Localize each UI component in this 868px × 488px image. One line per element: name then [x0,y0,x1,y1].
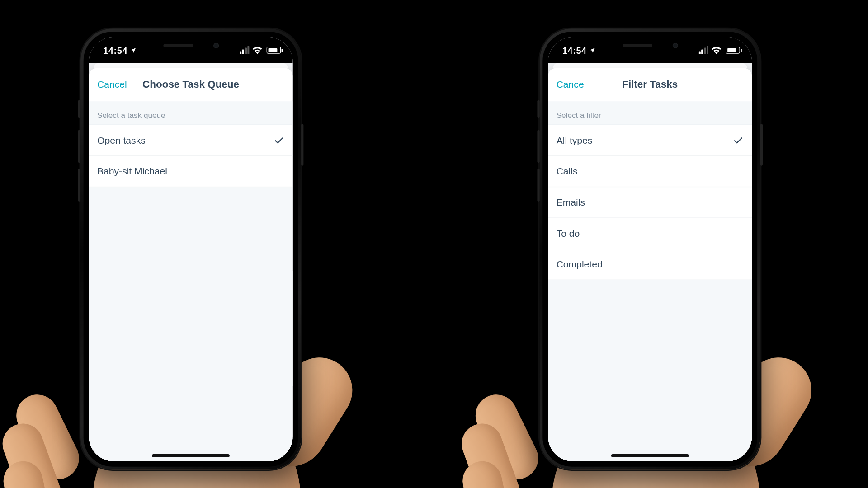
sheet-title: Filter Tasks [622,78,678,90]
list-item[interactable]: All types [548,125,752,156]
sheet-container: Cancel Choose Task Queue Select a task q… [89,63,293,461]
cancel-button[interactable]: Cancel [97,79,127,90]
screen: 14:54 Cancel F [548,37,752,461]
modal-sheet: Cancel Choose Task Queue Select a task q… [89,68,293,461]
background-peek [94,63,288,68]
phone-right: 14:54 Cancel F [540,28,760,469]
sheet-header: Cancel Choose Task Queue [89,68,293,101]
option-list: All types Calls Emails To do [548,125,752,280]
screen: 14:54 Cancel C [89,37,293,461]
location-icon [130,45,137,55]
list-item[interactable]: Calls [548,156,752,188]
list-item[interactable]: Open tasks [89,125,293,156]
cancel-button[interactable]: Cancel [557,79,586,90]
list-item[interactable]: Baby-sit Michael [89,156,293,188]
check-icon [733,135,744,146]
battery-icon [267,47,281,54]
home-indicator[interactable] [152,454,229,457]
modal-sheet: Cancel Filter Tasks Select a filter All … [548,68,752,461]
section-label: Select a filter [548,101,752,125]
sheet-body [548,280,752,461]
check-icon [274,135,284,146]
section-label: Select a task queue [89,101,293,125]
list-item-label: Calls [557,166,578,177]
phone-left: 14:54 Cancel C [80,28,301,469]
list-item-label: Open tasks [97,135,146,146]
sheet-body [89,187,293,461]
option-list: Open tasks Baby-sit Michael [89,125,293,187]
list-item[interactable]: To do [548,218,752,249]
wifi-icon [712,46,722,54]
notch [138,37,243,54]
list-item[interactable]: Emails [548,187,752,218]
list-item-label: Baby-sit Michael [97,166,167,177]
battery-icon [726,47,740,54]
location-icon [589,45,596,55]
status-time: 14:54 [562,45,587,55]
status-time: 14:54 [103,45,127,55]
wifi-icon [252,46,262,54]
background-peek [553,63,747,68]
list-item-label: To do [557,228,580,239]
list-item[interactable]: Completed [548,249,752,280]
home-indicator[interactable] [611,454,689,457]
sheet-header: Cancel Filter Tasks [548,68,752,101]
notch [598,37,703,54]
list-item-label: All types [557,135,593,146]
scene: 14:54 Cancel C [0,0,868,486]
device-frame: 14:54 Cancel C [80,28,301,469]
list-item-label: Completed [557,259,603,270]
sheet-container: Cancel Filter Tasks Select a filter All … [548,63,752,461]
list-item-label: Emails [557,197,585,208]
sheet-title: Choose Task Queue [142,78,239,90]
device-frame: 14:54 Cancel F [540,28,760,469]
